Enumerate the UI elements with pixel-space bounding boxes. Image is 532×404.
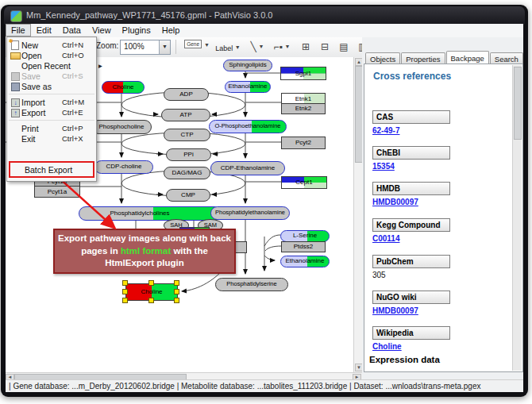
selection-handle[interactable] — [148, 280, 154, 286]
node-dag[interactable]: DAG/MAG — [164, 167, 210, 179]
xref-link-nugo[interactable]: HMDB00097 — [372, 306, 418, 315]
node-cmp[interactable]: CMP — [166, 189, 210, 202]
gene-cept1[interactable]: Cept1 — [281, 176, 327, 189]
align-middle-icon: ⊟ — [321, 41, 329, 52]
menu-item-save-as[interactable]: Save as — [7, 81, 96, 91]
xref-header-kegg: Kegg Compound — [372, 218, 450, 232]
menu-separator — [9, 94, 94, 94]
node-sphingolipids[interactable]: Sphingolipids — [223, 60, 272, 71]
selection-handle[interactable] — [174, 298, 179, 303]
gene-pcyt2[interactable]: Pcyt2 — [281, 137, 326, 149]
xref-header-chebi: ChEBI — [372, 146, 450, 160]
xref-link-cas[interactable]: 62-49-7 — [372, 126, 399, 135]
menu-item-open[interactable]: OpenCtrl+O — [7, 50, 96, 60]
label-tool[interactable]: Label ▼ — [212, 39, 244, 56]
app-icon — [10, 10, 22, 22]
xref-header-pubchem: PubChem — [372, 255, 450, 268]
gene-datanode-tool[interactable]: Gene ▼ — [182, 39, 212, 56]
selection-handle[interactable] — [148, 298, 154, 303]
connector-tool[interactable]: ⌐▪ ▼ — [270, 39, 294, 56]
node-cdp-ethanolamine[interactable]: CDP-Ethanolamine — [210, 161, 285, 175]
selection-handle[interactable] — [174, 289, 179, 294]
new-file-icon: ✱ — [9, 40, 21, 49]
elbow-connector-icon: ⌐▪ — [274, 41, 283, 52]
scrollbar-thumb[interactable] — [514, 67, 522, 140]
side-panel-tabs: ObjectsPropertiesBackpageSearchLegend — [365, 51, 523, 63]
menu-view[interactable]: View — [87, 24, 117, 37]
align-center-button[interactable]: ⊞ — [298, 39, 314, 56]
node-phosphatidylcholines[interactable]: Phosphatidylcholines — [79, 206, 222, 221]
panel-scrollbar[interactable] — [512, 65, 522, 371]
xref-link-hmdb[interactable]: HMDB00097 — [372, 198, 418, 206]
xref-header-wikipedia: Wikipedia — [372, 326, 450, 340]
titlebar[interactable]: Mm_Kennedy_pathway_WP1771_45176.gpml - P… — [4, 6, 525, 25]
menu-data[interactable]: Data — [57, 24, 87, 37]
menu-item-open-recent[interactable]: Open Recent▸ — [7, 60, 96, 71]
align-middle-button[interactable]: ⊟ — [317, 39, 333, 56]
window-title: Mm_Kennedy_pathway_WP1771_45176.gpml - P… — [26, 6, 272, 25]
backpage-panel: Cross references CAS 62-49-7 ChEBI 15354… — [364, 63, 523, 372]
selection-handle[interactable] — [122, 298, 128, 303]
xref-link-chebi[interactable]: 15354 — [372, 162, 395, 171]
node-l-serine[interactable]: L-Serine — [280, 230, 330, 242]
label-tool-text: Label — [215, 44, 233, 52]
gene-chip-icon: Gene — [184, 40, 202, 48]
xref-link-wikipedia[interactable]: Choline — [372, 342, 402, 351]
node-phosphocholine[interactable]: Phosphocholine — [91, 120, 152, 134]
menu-item-batch-export[interactable]: Batch Export — [10, 164, 93, 175]
distribute-horizontal-icon: ▤ — [339, 41, 348, 52]
menu-item-import[interactable]: ↓ ImportCtrl+M — [7, 97, 96, 107]
node-ethanolamine-2[interactable]: Ethanolamine — [280, 256, 330, 267]
gene-ptdss2[interactable]: Ptdss2 — [281, 241, 326, 252]
selection-handle[interactable] — [174, 280, 179, 286]
chevron-down-icon[interactable]: ▼ — [285, 44, 291, 49]
menu-file[interactable]: File — [6, 24, 31, 37]
gene-sgpl1[interactable]: Sgpl1 — [280, 67, 326, 80]
node-cdp-choline[interactable]: CDP-choline — [94, 160, 153, 174]
node-atp[interactable]: ATP — [161, 109, 210, 121]
zoom-label: Zoom: — [96, 41, 118, 50]
node-ctp[interactable]: CTP — [164, 129, 210, 141]
callout-line2: pages in html format with the — [56, 245, 233, 258]
node-phosphatidylethanolamine[interactable]: Phosphatidylethanolamine — [210, 206, 290, 220]
node-ppi[interactable]: PPi — [166, 148, 211, 161]
menu-item-export[interactable]: ↑ ExportCtrl+E — [7, 107, 96, 117]
menu-item-print[interactable]: PrintCtrl+P — [7, 123, 96, 133]
distribute-horizontal-button[interactable]: ▤ — [336, 39, 352, 56]
file-menu-dropdown: ✱ NewCtrl+N OpenCtrl+O Open Recent▸ Save… — [6, 37, 97, 182]
menu-item-exit[interactable]: ExitCtrl+X — [7, 133, 96, 144]
node-o-phosphoethanolamine[interactable]: O-Phosphoethanolamine — [209, 120, 287, 133]
node-adp[interactable]: ADP — [164, 88, 209, 101]
gene-etnk2[interactable]: Etnk2 — [281, 103, 326, 114]
export-icon: ↑ — [9, 108, 21, 117]
save-disk-icon — [9, 71, 21, 80]
gene-pcyt1a[interactable]: Pcyt1a — [34, 186, 80, 198]
xref-header-cas: CAS — [372, 110, 450, 124]
menu-separator — [9, 120, 94, 121]
import-icon: ↓ — [9, 98, 21, 106]
chevron-down-icon[interactable]: ▼ — [259, 44, 264, 49]
chevron-down-icon[interactable]: ▼ — [204, 42, 210, 48]
toolbar-separator — [175, 40, 176, 54]
xref-link-kegg[interactable]: C00114 — [372, 234, 399, 243]
align-center-icon: ⊞ — [302, 41, 310, 52]
xref-value-pubchem: 305 — [372, 271, 386, 279]
batch-export-highlight-box: Batch Export — [9, 161, 94, 178]
zoom-dropdown-arrow[interactable]: ▼ — [159, 40, 170, 54]
menu-help[interactable]: Help — [156, 24, 186, 37]
node-ethanolamine[interactable]: Ethanolamine — [225, 81, 271, 93]
node-phosphatidylserine[interactable]: Phosphatidylserine — [215, 278, 288, 291]
menu-plugins[interactable]: Plugins — [117, 24, 156, 37]
selection-handle[interactable] — [122, 280, 128, 286]
xref-header-hmdb: HMDB — [372, 182, 450, 195]
node-choline[interactable]: Choline — [102, 81, 145, 94]
expression-data-heading: Expression data — [369, 355, 440, 364]
menu-item-new[interactable]: ✱ NewCtrl+N — [7, 40, 96, 50]
callout-line1: Export pathway images along with back — [56, 233, 233, 245]
menu-edit[interactable]: Edit — [31, 24, 57, 37]
submenu-arrow-icon: ▸ — [71, 61, 102, 70]
selection-handle[interactable] — [122, 289, 128, 294]
zoom-combobox[interactable]: 100% ▼ — [120, 40, 171, 55]
chevron-down-icon[interactable]: ▼ — [235, 44, 241, 50]
line-tool[interactable]: ╲ ▼ — [245, 39, 269, 56]
